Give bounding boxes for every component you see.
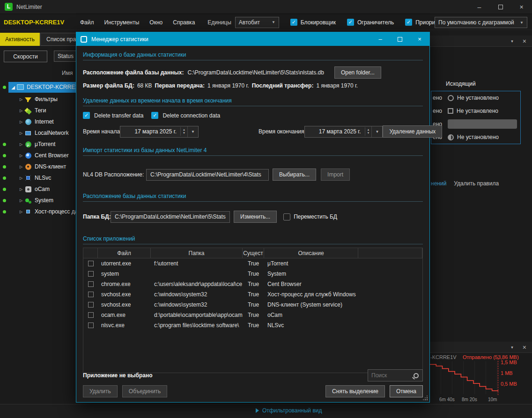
limit-row-selected[interactable]: ено <box>431 117 520 131</box>
table-row[interactable]: svchost.exe c:\windows\system32 True DNS… <box>83 300 422 310</box>
nl4-row: NL4 DB Расположение: C:\ProgramData\Lock… <box>83 169 423 181</box>
view-preset-combo[interactable]: По умолчанию с диаграммой ▼ <box>435 17 527 28</box>
expander-icon[interactable]: ▷ <box>18 131 24 135</box>
header-file: Файл <box>98 248 151 258</box>
expander-icon[interactable]: ▷ <box>18 198 24 203</box>
host-name: DESKTOP-KCRRE1V <box>4 19 75 26</box>
chevron-down-icon[interactable]: ▾ <box>511 39 513 44</box>
delete-checkbox-row: ✓ Delete transfer data ✓ Delete connecti… <box>83 112 423 119</box>
dialog-close-button[interactable]: × <box>410 32 429 46</box>
blocker-toggle[interactable]: ✓ Блокировщик <box>290 19 336 26</box>
table-row[interactable]: chrome.exe c:\users\aleksandr\appdata\lo… <box>83 279 422 289</box>
checkbox-unchecked-icon[interactable] <box>283 213 290 220</box>
search-icon[interactable] <box>414 373 419 378</box>
dialog-minimize-button[interactable]: – <box>370 32 390 46</box>
resize-grip[interactable] <box>422 395 428 401</box>
chevron-down-icon[interactable]: ▼ <box>187 126 198 137</box>
expander-icon[interactable]: ▷ <box>18 109 24 113</box>
table-row[interactable]: ocam.exe d:\portable\ocamportable\app\oc… <box>83 310 422 320</box>
delete-data-button[interactable]: Удаление данных <box>383 125 442 138</box>
units-combo[interactable]: Автобит ▼ <box>235 17 279 28</box>
nl4-location-input[interactable]: C:\ProgramData\Locktime\NetLimiter\4\Sta… <box>146 169 269 181</box>
expander-icon[interactable]: ▷ <box>18 165 24 169</box>
maximize-icon <box>498 5 503 9</box>
row-checkbox[interactable] <box>88 271 94 277</box>
maximize-button[interactable] <box>490 0 511 14</box>
row-checkbox[interactable] <box>88 292 94 297</box>
open-folder-button[interactable]: Open folder... <box>334 66 381 79</box>
merge-button[interactable]: Объединить <box>122 385 168 397</box>
row-checkbox[interactable] <box>88 323 94 328</box>
import-button[interactable]: Import <box>321 169 350 181</box>
y-tick-label: 1,5 МВ <box>501 359 517 365</box>
menu-window[interactable]: Окно <box>144 17 168 28</box>
radio-partial-icon[interactable] <box>448 134 454 140</box>
dialog-titlebar: Менеджер статистики – × <box>76 32 429 46</box>
dialog-maximize-button[interactable] <box>390 32 410 46</box>
checkbox-checked-icon[interactable]: ✓ <box>83 112 90 119</box>
section-import-header: Импорт статистики из базы данных NetLimi… <box>83 147 423 154</box>
y-tick-label: 0,5 МВ <box>501 381 517 387</box>
limit-row[interactable]: ено Не установлено <box>431 91 520 104</box>
search-input[interactable] <box>368 372 414 379</box>
menu-tools[interactable]: Инструменты <box>99 17 145 28</box>
clipped-link-text[interactable]: нений <box>431 180 446 187</box>
expander-icon[interactable]: ▷ <box>18 210 24 214</box>
change-button[interactable]: Изменить... <box>234 211 277 223</box>
row-checkbox[interactable] <box>88 302 94 308</box>
tree-node-label: DNS-клиент <box>35 163 66 170</box>
checkbox-icon[interactable] <box>448 108 453 114</box>
end-date-picker[interactable]: 17 марта 2025 г. ▲▼ ▼ <box>304 126 383 138</box>
activity-dot-icon <box>3 86 6 89</box>
expander-icon[interactable]: ▷ <box>18 97 24 102</box>
dialog-title: Менеджер статистики <box>91 36 148 43</box>
row-checkbox[interactable] <box>88 261 94 266</box>
activity-dot-icon <box>3 176 6 180</box>
menubar: DESKTOP-KCRRE1V Файл Инструменты Окно Сп… <box>0 15 532 30</box>
chevron-down-icon: ▼ <box>515 21 524 25</box>
start-date-picker[interactable]: 17 марта 2025 г. ▲▼ ▼ <box>120 126 199 138</box>
expander-icon[interactable]: ▷ <box>18 154 24 158</box>
row-checkbox[interactable] <box>88 281 94 287</box>
minimize-button[interactable]: – <box>469 0 490 14</box>
cell-file: nlsvc.exe <box>98 322 151 329</box>
table-row[interactable]: nlsvc.exe c:\program files\locktime soft… <box>83 320 422 330</box>
table-row[interactable]: utorrent.exe f:\utorrent True μTorrent <box>83 258 422 269</box>
speeds-button[interactable]: Скорости <box>4 51 47 62</box>
limiter-label: Ограничитель <box>357 19 394 26</box>
selected-value-bar[interactable] <box>448 119 517 129</box>
expander-icon[interactable]: ▷ <box>18 176 24 180</box>
db-folder-input[interactable]: C:\ProgramData\Locktime\NetLimiter\5\Sta… <box>111 211 230 223</box>
limit-row[interactable]: ено Не установлено <box>431 131 520 144</box>
table-row[interactable]: svchost.exe c:\windows\system32 True Хос… <box>83 289 422 300</box>
cancel-button[interactable]: Отмена <box>390 385 423 397</box>
expander-open-icon[interactable]: ◢ <box>10 85 16 90</box>
limit-row[interactable]: ено Не установлено <box>431 104 520 117</box>
table-row[interactable]: system True System <box>83 269 422 279</box>
checkbox-checked-icon[interactable]: ✓ <box>151 112 158 119</box>
expander-icon[interactable]: ▷ <box>18 142 24 147</box>
close-icon[interactable]: × <box>523 344 526 351</box>
close-icon[interactable]: × <box>523 37 526 45</box>
delete-button[interactable]: Удалить <box>83 385 118 397</box>
close-button[interactable]: × <box>511 0 532 14</box>
radio-icon[interactable] <box>448 95 454 101</box>
menu-file[interactable]: Файл <box>75 17 99 28</box>
choose-button[interactable]: Выбирать... <box>273 169 316 181</box>
clear-selection-button[interactable]: Снять выделение <box>325 385 385 397</box>
spinner-icon[interactable]: ▲▼ <box>365 127 372 136</box>
cell-exists: True <box>248 301 259 308</box>
spinner-icon[interactable]: ▲▼ <box>180 127 187 136</box>
expander-icon[interactable]: ▷ <box>18 187 24 191</box>
menu-help[interactable]: Справка <box>168 17 200 28</box>
status-value: Status <box>58 53 74 59</box>
chevron-down-icon[interactable]: ▾ <box>511 345 513 350</box>
expander-icon[interactable]: ▷ <box>18 120 24 124</box>
filtered-view-expander[interactable]: Отфильтрованный вид <box>256 407 322 414</box>
chevron-down-icon[interactable]: ▼ <box>371 126 382 137</box>
maximize-icon <box>398 37 402 42</box>
limiter-toggle[interactable]: ✓ Ограничитель <box>347 19 394 26</box>
tab-activity[interactable]: Активность <box>0 33 40 46</box>
delete-rules-link[interactable]: Удалить правила <box>454 180 499 187</box>
row-checkbox[interactable] <box>88 312 94 318</box>
